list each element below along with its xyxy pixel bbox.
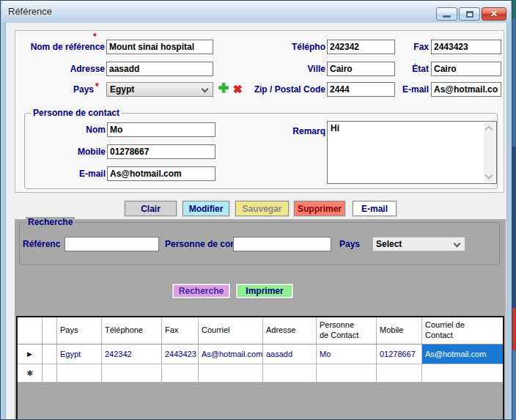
imprimer-button[interactable]: Imprimer bbox=[236, 284, 293, 298]
scroll-down-icon[interactable] bbox=[484, 171, 493, 179]
required-marker-nom: * bbox=[93, 32, 97, 42]
search-pays-combobox[interactable]: Select bbox=[372, 237, 465, 251]
column-header-courriel-de-contact[interactable]: Courriel de Contact bbox=[422, 317, 503, 344]
cell-adresse[interactable] bbox=[263, 364, 317, 382]
cell-fax[interactable]: 2443423 bbox=[162, 345, 199, 364]
form-client-area: * Nom de référence Télépho Fax Adresse V… bbox=[5, 23, 507, 419]
contact-email-label: E-mail bbox=[26, 169, 106, 179]
supprimer-button[interactable]: Supprimer bbox=[294, 201, 345, 216]
cell-telephone[interactable]: 242342 bbox=[102, 345, 162, 364]
nom-reference-label: Nom de référence bbox=[17, 42, 105, 52]
ville-label: Ville bbox=[235, 64, 325, 74]
cell-courriel[interactable]: As@hotmail.com bbox=[199, 345, 263, 364]
title-bar[interactable]: Référence ✕ bbox=[1, 1, 511, 23]
column-header-mobile[interactable]: Mobile bbox=[377, 317, 422, 344]
search-personne-input[interactable] bbox=[233, 237, 331, 251]
pays-label: Pays bbox=[17, 84, 94, 95]
contact-nom-label: Nom bbox=[26, 125, 106, 135]
cell-fax[interactable] bbox=[162, 364, 199, 382]
cell-pays[interactable]: Egypt bbox=[57, 345, 102, 364]
remarque-scrollbar[interactable] bbox=[484, 122, 495, 183]
cell-telephone[interactable] bbox=[102, 364, 162, 382]
telephone-label: Télépho bbox=[235, 42, 325, 52]
cell-pays[interactable] bbox=[57, 364, 102, 382]
reference-window: Référence ✕ * Nom de référence Télépho F… bbox=[0, 0, 512, 420]
cell-adresse[interactable]: aasadd bbox=[263, 345, 317, 364]
spacer-cell[interactable] bbox=[43, 364, 57, 382]
search-reference-label: Référenc bbox=[23, 239, 65, 249]
column-header-pays[interactable]: Pays bbox=[57, 317, 102, 344]
contact-mobile-label: Mobile bbox=[26, 147, 106, 157]
contact-mobile-input[interactable] bbox=[107, 144, 215, 159]
grid-header-row: Pays Téléphone Fax Courriel Adresse Pers… bbox=[18, 317, 503, 345]
cell-personne-de-contact[interactable] bbox=[317, 364, 377, 382]
window-title: Référence bbox=[8, 6, 52, 17]
email-label: E-mail bbox=[344, 84, 429, 95]
recherche-groupbox: Recherche Référenc Personne de con Pays … bbox=[19, 222, 500, 265]
search-reference-input[interactable] bbox=[64, 237, 159, 251]
contact-groupbox-title: Personne de contact bbox=[31, 108, 122, 118]
contact-email-input[interactable] bbox=[107, 166, 215, 181]
remarque-label: Remarq bbox=[267, 126, 325, 136]
adresse-input[interactable] bbox=[106, 62, 213, 76]
cell-mobile[interactable] bbox=[377, 364, 422, 382]
adresse-label: Adresse bbox=[17, 64, 105, 74]
cell-courriel-de-contact-selected[interactable]: As@hotmail.com bbox=[422, 345, 503, 364]
pays-combobox[interactable]: Egypt bbox=[106, 82, 213, 97]
scroll-up-icon[interactable] bbox=[484, 125, 493, 133]
search-pays-label: Pays bbox=[339, 239, 360, 249]
cell-courriel-de-contact[interactable] bbox=[422, 364, 503, 382]
maximize-button[interactable] bbox=[459, 7, 480, 21]
fax-label: Fax bbox=[344, 42, 429, 52]
chevron-down-icon bbox=[202, 86, 209, 93]
close-button[interactable]: ✕ bbox=[482, 7, 506, 21]
pays-combobox-value: Egypt bbox=[110, 84, 134, 95]
required-marker-pays: * bbox=[95, 81, 99, 92]
new-row-indicator[interactable]: ✱ bbox=[18, 364, 43, 382]
fax-input[interactable] bbox=[431, 40, 501, 54]
zip-label: Zip / Postal Code bbox=[235, 84, 325, 95]
contact-groupbox: Personne de contact Nom Mobile E-mail Re… bbox=[24, 113, 498, 189]
contact-nom-input[interactable] bbox=[107, 122, 215, 137]
cell-mobile[interactable]: 01278667 bbox=[377, 345, 422, 364]
search-personne-label: Personne de con bbox=[165, 239, 235, 249]
chevron-down-icon bbox=[454, 240, 461, 248]
column-header-courriel[interactable]: Courriel bbox=[199, 317, 263, 344]
spacer-column-header bbox=[43, 317, 57, 344]
email-input[interactable] bbox=[431, 82, 501, 97]
grid-data-row: ▶ Egypt 242342 2443423 As@hotmail.com aa… bbox=[18, 345, 503, 364]
etat-input[interactable] bbox=[431, 62, 501, 76]
email-button[interactable]: E-mail bbox=[353, 201, 397, 216]
minimize-icon bbox=[443, 15, 451, 18]
current-row-indicator[interactable]: ▶ bbox=[18, 345, 43, 364]
cell-courriel[interactable] bbox=[199, 364, 263, 382]
row-selector-header bbox=[18, 317, 43, 344]
nom-reference-input[interactable] bbox=[106, 40, 213, 54]
column-header-personne-de-contact[interactable]: Personne de Contact bbox=[317, 317, 377, 344]
cell-personne-de-contact[interactable]: Mo bbox=[317, 345, 377, 364]
etat-label: État bbox=[344, 64, 429, 74]
reference-details-panel: * Nom de référence Télépho Fax Adresse V… bbox=[15, 30, 504, 193]
minimize-button[interactable] bbox=[436, 7, 457, 21]
column-header-fax[interactable]: Fax bbox=[162, 317, 199, 344]
column-header-telephone[interactable]: Téléphone bbox=[102, 317, 162, 344]
search-pays-value: Select bbox=[376, 239, 402, 249]
modifier-button[interactable]: Modifier bbox=[183, 201, 229, 216]
grid-new-row: ✱ bbox=[18, 364, 503, 383]
column-header-adresse[interactable]: Adresse bbox=[263, 317, 317, 344]
results-grid: Pays Téléphone Fax Courriel Adresse Pers… bbox=[16, 316, 504, 419]
recherche-groupbox-title: Recherche bbox=[26, 217, 75, 227]
clair-button[interactable]: Clair bbox=[125, 201, 177, 216]
maximize-icon bbox=[466, 11, 473, 18]
remarque-textarea[interactable]: Hi bbox=[327, 121, 497, 184]
add-country-icon[interactable]: ✚ bbox=[218, 82, 229, 95]
close-icon: ✕ bbox=[490, 9, 498, 19]
sauvegar-button[interactable]: Sauvegar bbox=[235, 201, 289, 216]
recherche-button[interactable]: Recherche bbox=[172, 284, 230, 298]
search-section: Recherche Référenc Personne de con Pays … bbox=[15, 219, 506, 419]
spacer-cell[interactable] bbox=[43, 345, 57, 364]
remarque-text: Hi bbox=[331, 123, 339, 133]
